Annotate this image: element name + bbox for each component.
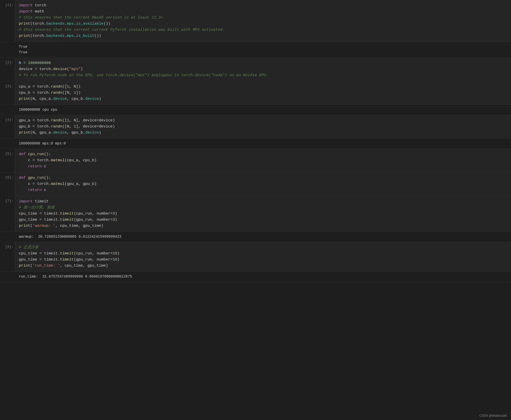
cell-6: 1000000000 mps:0 mps:0 — [0, 139, 511, 149]
line-3-2: print(N, cpu_a.device, cpu_b.device) — [19, 96, 507, 102]
cell-label-6 — [0, 139, 15, 149]
cell-content-8[interactable]: def gpu_run(): c = torch.matmul(gpu_a, g… — [15, 172, 511, 196]
line-5-2: print(N, gpu_a.device, gpu_b.device) — [19, 130, 507, 136]
cell-content-4: 1000000000 cpu cpu — [15, 105, 511, 115]
line-2-2: # To run PyTorch code on the GPU, use to… — [19, 72, 507, 78]
line-7-2: return c — [19, 164, 507, 170]
cell-0: [1]:import torchimport math# this ensure… — [0, 0, 511, 42]
cell-label-9: [7]: — [0, 196, 15, 232]
cell-7: [5]:def cpu_run(): c = torch.matmul(cpu_… — [0, 149, 511, 172]
line-11-0: # 正式计算 — [19, 245, 507, 251]
cell-content-3[interactable]: cpu_a = torch.randn([1, N])cpu_b = torch… — [15, 81, 511, 105]
line-7-0: def cpu_run(): — [19, 151, 507, 157]
cell-5: [4]:gpu_a = torch.randn([1, N], device=d… — [0, 115, 511, 139]
line-9-3: gpu_time = timeit.timeit(gpu_run, number… — [19, 217, 507, 223]
cell-label-3: [3]: — [0, 81, 15, 105]
line-2-0: N = 1000000000 — [19, 60, 507, 66]
cell-content-1: TrueTrue — [15, 42, 511, 57]
line-4-0: 1000000000 cpu cpu — [19, 107, 507, 112]
cell-content-2[interactable]: N = 1000000000device = torch.device("mps… — [15, 58, 511, 81]
line-5-0: gpu_a = torch.randn([1, N], device=devic… — [19, 118, 507, 124]
cell-11: [8]:# 正式计算cpu_time = timeit.timeit(cpu_r… — [0, 242, 511, 272]
line-1-1: True — [19, 50, 507, 55]
cell-content-0[interactable]: import torchimport math# this ensures th… — [15, 0, 511, 42]
cell-content-6: 1000000000 mps:0 mps:0 — [15, 139, 511, 149]
line-3-1: cpu_b = torch.randn([N, 1]) — [19, 90, 507, 96]
cell-12: run_time: 31.6757547499999996 0.00401970… — [0, 272, 511, 282]
line-2-1: device = torch.device("mps") — [19, 66, 507, 72]
cell-label-4 — [0, 105, 15, 115]
cell-label-2: [2]: — [0, 58, 15, 81]
line-11-3: print('run_time: ', cpu_time, gpu_time) — [19, 263, 507, 269]
cell-label-11: [8]: — [0, 242, 15, 271]
cell-8: [6]:def gpu_run(): c = torch.matmul(gpu_… — [0, 172, 511, 196]
line-11-1: cpu_time = timeit.timeit(cpu_run, number… — [19, 251, 507, 257]
brand-label: CSDN @Waldocsdn — [479, 414, 507, 417]
line-6-0: 1000000000 mps:0 mps:0 — [19, 141, 507, 146]
cell-label-10 — [0, 232, 15, 242]
cell-content-10: warmup: 20.728851250000005 0.01224241599… — [15, 232, 511, 242]
cell-1: TrueTrue — [0, 42, 511, 58]
cell-label-7: [5]: — [0, 149, 15, 172]
line-8-2: return c — [19, 187, 507, 193]
line-9-4: print('warmup: ', cpu_time, gpu_time) — [19, 223, 507, 229]
line-0-2: # this ensures that the current MacOS ve… — [19, 15, 507, 21]
line-12-0: run_time: 31.6757547499999996 0.00401970… — [19, 274, 507, 279]
cell-content-7[interactable]: def cpu_run(): c = torch.matmul(cpu_a, c… — [15, 149, 511, 172]
cell-label-5: [4]: — [0, 115, 15, 138]
cell-10: warmup: 20.728851250000005 0.01224241599… — [0, 232, 511, 242]
line-9-2: cpu_time = timeit.timeit(cpu_run, number… — [19, 211, 507, 217]
line-0-5: print(torch.backends.mps.is_built()) — [19, 33, 507, 39]
cell-label-8: [6]: — [0, 172, 15, 196]
line-1-0: True — [19, 44, 507, 50]
cell-content-11[interactable]: # 正式计算cpu_time = timeit.timeit(cpu_run, … — [15, 242, 511, 271]
line-0-1: import math — [19, 9, 507, 15]
cell-content-12: run_time: 31.6757547499999996 0.00401970… — [15, 272, 511, 282]
cell-2: [2]:N = 1000000000device = torch.device(… — [0, 58, 511, 81]
cell-label-0: [1]: — [0, 0, 15, 42]
line-10-0: warmup: 20.728851250000005 0.01224241599… — [19, 234, 507, 239]
cell-4: 1000000000 cpu cpu — [0, 105, 511, 115]
line-8-1: c = torch.matmul(gpu_a, gpu_b) — [19, 181, 507, 187]
cell-label-12 — [0, 272, 15, 282]
cell-9: [7]:import timeit# 第一次计算, 热身cpu_time = t… — [0, 196, 511, 232]
line-0-3: print(torch.backends.mps.is_available()) — [19, 21, 507, 27]
line-0-4: # this ensures that the current current … — [19, 27, 507, 33]
cell-label-1 — [0, 42, 15, 57]
cell-content-9[interactable]: import timeit# 第一次计算, 热身cpu_time = timei… — [15, 196, 511, 232]
line-3-0: cpu_a = torch.randn([1, N]) — [19, 84, 507, 90]
cell-3: [3]:cpu_a = torch.randn([1, N])cpu_b = t… — [0, 81, 511, 105]
line-0-0: import torch — [19, 3, 507, 9]
line-8-0: def gpu_run(): — [19, 175, 507, 181]
cell-content-5[interactable]: gpu_a = torch.randn([1, N], device=devic… — [15, 115, 511, 138]
line-11-2: gpu_time = timeit.timeit(gpu_run, number… — [19, 257, 507, 263]
line-7-1: c = torch.matmul(cpu_a, cpu_b) — [19, 157, 507, 164]
notebook: [1]:import torchimport math# this ensure… — [0, 0, 511, 282]
line-9-0: import timeit — [19, 199, 507, 205]
line-9-1: # 第一次计算, 热身 — [19, 205, 507, 211]
line-5-1: gpu_b = torch.randn([N, 1], device=devic… — [19, 124, 507, 130]
